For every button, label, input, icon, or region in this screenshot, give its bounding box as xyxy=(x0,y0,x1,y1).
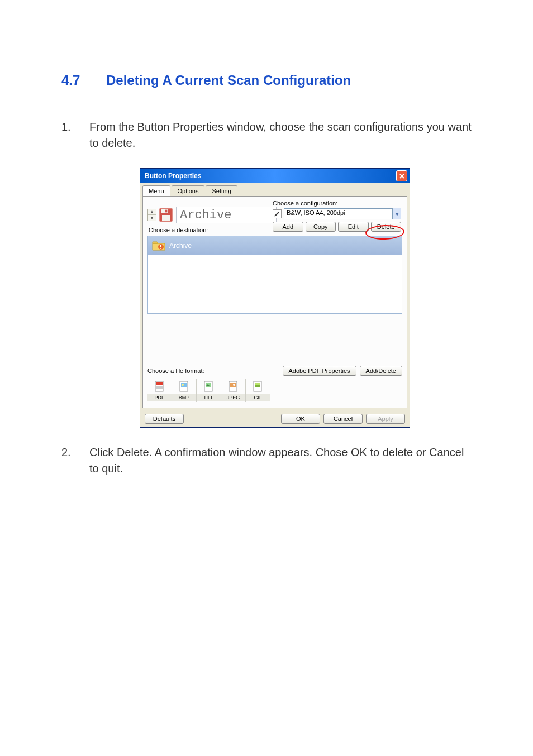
spinner-up-icon[interactable]: ▲ xyxy=(148,209,156,215)
svg-rect-10 xyxy=(156,387,163,389)
format-bmp-label: BMP xyxy=(172,394,196,401)
pdf-icon xyxy=(154,380,166,393)
tab-setting[interactable]: Setting xyxy=(206,185,237,196)
window-title: Button Properties xyxy=(145,172,201,180)
configuration-select[interactable]: B&W, ISO A4, 200dpi xyxy=(284,208,401,219)
dialog-button-bar: Defaults OK Cancel Apply xyxy=(140,410,410,427)
spinner-control[interactable]: ▲ ▼ xyxy=(147,209,156,221)
tab-options[interactable]: Options xyxy=(172,185,205,196)
format-gif-label: GIF xyxy=(246,394,270,401)
svg-rect-8 xyxy=(156,382,163,385)
tab-body: Choose a configuration: B&W, ISO A4, 200… xyxy=(142,196,407,408)
screenshot-figure: Button Properties ✕ Menu Options Setting… xyxy=(140,168,472,428)
floppy-icon xyxy=(158,207,174,223)
bmp-icon xyxy=(178,380,191,393)
apply-button[interactable]: Apply xyxy=(366,414,405,424)
pen-icon xyxy=(273,209,282,218)
close-icon[interactable]: ✕ xyxy=(396,170,407,181)
file-format-section: Choose a file format: Adobe PDF Properti… xyxy=(147,366,402,402)
step-2-text: Click Delete. A confirmation window appe… xyxy=(89,444,472,477)
section-number: 4.7 xyxy=(61,73,106,88)
gif-icon xyxy=(252,380,264,393)
configuration-group: Choose a configuration: B&W, ISO A4, 200… xyxy=(273,200,401,232)
svg-point-13 xyxy=(182,384,184,386)
format-icon-strip: PDF BMP TIFF xyxy=(147,379,402,402)
folder-icon xyxy=(151,239,166,252)
section-title: Deleting A Current Scan Configuration xyxy=(106,73,351,88)
add-delete-button[interactable]: Add/Delete xyxy=(360,366,402,376)
svg-rect-21 xyxy=(255,385,260,387)
button-properties-window: Button Properties ✕ Menu Options Setting… xyxy=(140,168,410,428)
format-jpeg-label: JPEG xyxy=(221,394,245,401)
profile-name-value: Archive xyxy=(180,208,231,222)
format-pdf[interactable]: PDF xyxy=(147,379,172,402)
spinner-down-icon[interactable]: ▼ xyxy=(148,215,156,221)
chevron-down-icon[interactable]: ▾ xyxy=(392,208,401,219)
copy-button[interactable]: Copy xyxy=(306,222,336,232)
destination-item-label: Archive xyxy=(169,242,192,250)
format-pdf-label: PDF xyxy=(147,394,172,401)
configuration-select-value: B&W, ISO A4, 200dpi xyxy=(287,209,345,216)
destination-list[interactable]: Archive xyxy=(147,236,402,314)
step-1-text: From the Button Properties window, choos… xyxy=(89,119,472,151)
tab-strip: Menu Options Setting xyxy=(140,183,410,196)
svg-rect-3 xyxy=(165,210,168,213)
tiff-icon xyxy=(203,380,215,393)
jpeg-icon xyxy=(227,380,240,393)
edit-button[interactable]: Edit xyxy=(338,222,369,232)
profile-name-input[interactable]: Archive xyxy=(176,207,277,223)
format-jpeg[interactable]: JPEG xyxy=(221,379,246,402)
list-item[interactable]: Archive xyxy=(148,236,402,255)
svg-point-6 xyxy=(160,248,161,249)
configuration-label: Choose a configuration: xyxy=(273,200,401,207)
format-bmp[interactable]: BMP xyxy=(172,379,197,402)
window-titlebar: Button Properties ✕ xyxy=(140,169,410,183)
tab-menu[interactable]: Menu xyxy=(142,185,170,196)
delete-button[interactable]: Delete xyxy=(371,222,402,232)
defaults-button[interactable]: Defaults xyxy=(145,414,184,424)
ok-button[interactable]: OK xyxy=(281,414,320,424)
format-tiff-label: TIFF xyxy=(197,394,221,401)
adobe-pdf-properties-button[interactable]: Adobe PDF Properties xyxy=(283,366,356,376)
svg-rect-5 xyxy=(160,245,161,247)
format-tiff[interactable]: TIFF xyxy=(197,379,221,402)
svg-rect-2 xyxy=(162,215,170,221)
step-number: 1. xyxy=(61,119,89,151)
file-format-label: Choose a file format: xyxy=(147,367,204,374)
format-gif[interactable]: GIF xyxy=(246,379,270,402)
cancel-button[interactable]: Cancel xyxy=(323,414,363,424)
svg-rect-9 xyxy=(156,386,163,387)
add-button[interactable]: Add xyxy=(273,222,303,232)
svg-point-18 xyxy=(233,384,235,386)
step-number: 2. xyxy=(61,444,89,477)
section-heading: 4.7 Deleting A Current Scan Configuratio… xyxy=(61,73,472,88)
